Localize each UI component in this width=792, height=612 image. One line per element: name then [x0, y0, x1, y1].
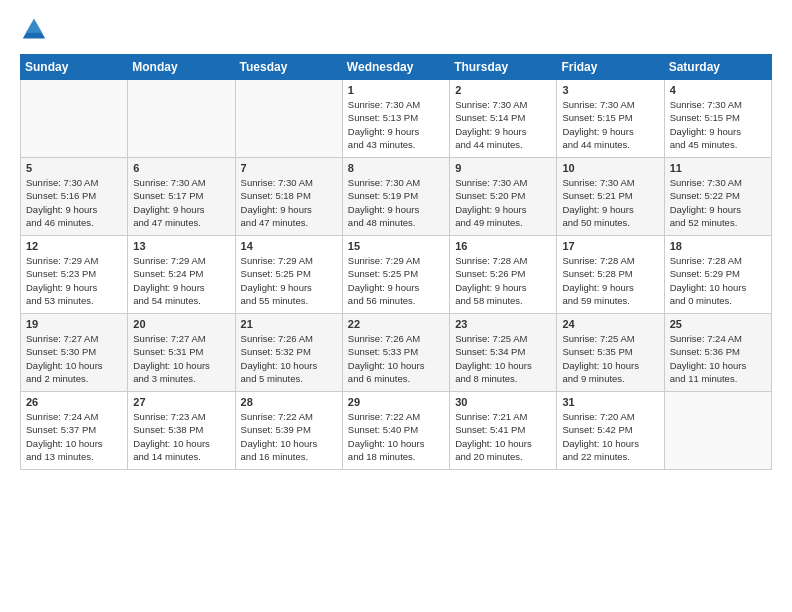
day-cell: 8Sunrise: 7:30 AM Sunset: 5:19 PM Daylig…	[342, 158, 449, 236]
day-cell: 12Sunrise: 7:29 AM Sunset: 5:23 PM Dayli…	[21, 236, 128, 314]
day-number: 16	[455, 240, 551, 252]
day-number: 3	[562, 84, 658, 96]
day-cell: 23Sunrise: 7:25 AM Sunset: 5:34 PM Dayli…	[450, 314, 557, 392]
day-number: 22	[348, 318, 444, 330]
day-number: 20	[133, 318, 229, 330]
day-info: Sunrise: 7:24 AM Sunset: 5:36 PM Dayligh…	[670, 332, 766, 385]
day-cell: 31Sunrise: 7:20 AM Sunset: 5:42 PM Dayli…	[557, 392, 664, 470]
day-cell: 28Sunrise: 7:22 AM Sunset: 5:39 PM Dayli…	[235, 392, 342, 470]
day-info: Sunrise: 7:26 AM Sunset: 5:32 PM Dayligh…	[241, 332, 337, 385]
day-number: 15	[348, 240, 444, 252]
day-cell	[21, 80, 128, 158]
week-row-1: 1Sunrise: 7:30 AM Sunset: 5:13 PM Daylig…	[21, 80, 772, 158]
day-info: Sunrise: 7:27 AM Sunset: 5:30 PM Dayligh…	[26, 332, 122, 385]
svg-marker-1	[26, 19, 43, 33]
day-info: Sunrise: 7:29 AM Sunset: 5:23 PM Dayligh…	[26, 254, 122, 307]
day-number: 23	[455, 318, 551, 330]
day-info: Sunrise: 7:25 AM Sunset: 5:35 PM Dayligh…	[562, 332, 658, 385]
day-info: Sunrise: 7:29 AM Sunset: 5:25 PM Dayligh…	[348, 254, 444, 307]
day-number: 4	[670, 84, 766, 96]
weekday-header-monday: Monday	[128, 55, 235, 80]
day-info: Sunrise: 7:22 AM Sunset: 5:40 PM Dayligh…	[348, 410, 444, 463]
day-cell	[128, 80, 235, 158]
day-cell: 13Sunrise: 7:29 AM Sunset: 5:24 PM Dayli…	[128, 236, 235, 314]
day-number: 26	[26, 396, 122, 408]
day-cell: 1Sunrise: 7:30 AM Sunset: 5:13 PM Daylig…	[342, 80, 449, 158]
day-number: 17	[562, 240, 658, 252]
day-cell: 15Sunrise: 7:29 AM Sunset: 5:25 PM Dayli…	[342, 236, 449, 314]
day-info: Sunrise: 7:27 AM Sunset: 5:31 PM Dayligh…	[133, 332, 229, 385]
day-number: 31	[562, 396, 658, 408]
day-number: 19	[26, 318, 122, 330]
day-cell: 22Sunrise: 7:26 AM Sunset: 5:33 PM Dayli…	[342, 314, 449, 392]
day-cell: 2Sunrise: 7:30 AM Sunset: 5:14 PM Daylig…	[450, 80, 557, 158]
weekday-header-thursday: Thursday	[450, 55, 557, 80]
day-info: Sunrise: 7:22 AM Sunset: 5:39 PM Dayligh…	[241, 410, 337, 463]
day-info: Sunrise: 7:30 AM Sunset: 5:13 PM Dayligh…	[348, 98, 444, 151]
day-info: Sunrise: 7:30 AM Sunset: 5:15 PM Dayligh…	[670, 98, 766, 151]
day-cell: 25Sunrise: 7:24 AM Sunset: 5:36 PM Dayli…	[664, 314, 771, 392]
day-info: Sunrise: 7:30 AM Sunset: 5:20 PM Dayligh…	[455, 176, 551, 229]
day-info: Sunrise: 7:23 AM Sunset: 5:38 PM Dayligh…	[133, 410, 229, 463]
day-cell: 30Sunrise: 7:21 AM Sunset: 5:41 PM Dayli…	[450, 392, 557, 470]
day-cell: 21Sunrise: 7:26 AM Sunset: 5:32 PM Dayli…	[235, 314, 342, 392]
day-number: 18	[670, 240, 766, 252]
day-number: 28	[241, 396, 337, 408]
week-row-5: 26Sunrise: 7:24 AM Sunset: 5:37 PM Dayli…	[21, 392, 772, 470]
day-cell: 4Sunrise: 7:30 AM Sunset: 5:15 PM Daylig…	[664, 80, 771, 158]
day-cell: 29Sunrise: 7:22 AM Sunset: 5:40 PM Dayli…	[342, 392, 449, 470]
day-info: Sunrise: 7:30 AM Sunset: 5:19 PM Dayligh…	[348, 176, 444, 229]
day-number: 5	[26, 162, 122, 174]
header	[20, 16, 772, 44]
day-number: 12	[26, 240, 122, 252]
day-info: Sunrise: 7:28 AM Sunset: 5:29 PM Dayligh…	[670, 254, 766, 307]
day-cell: 24Sunrise: 7:25 AM Sunset: 5:35 PM Dayli…	[557, 314, 664, 392]
week-row-2: 5Sunrise: 7:30 AM Sunset: 5:16 PM Daylig…	[21, 158, 772, 236]
day-info: Sunrise: 7:29 AM Sunset: 5:25 PM Dayligh…	[241, 254, 337, 307]
weekday-header-row: SundayMondayTuesdayWednesdayThursdayFrid…	[21, 55, 772, 80]
day-info: Sunrise: 7:30 AM Sunset: 5:21 PM Dayligh…	[562, 176, 658, 229]
weekday-header-wednesday: Wednesday	[342, 55, 449, 80]
day-cell: 20Sunrise: 7:27 AM Sunset: 5:31 PM Dayli…	[128, 314, 235, 392]
day-info: Sunrise: 7:25 AM Sunset: 5:34 PM Dayligh…	[455, 332, 551, 385]
week-row-3: 12Sunrise: 7:29 AM Sunset: 5:23 PM Dayli…	[21, 236, 772, 314]
day-cell: 5Sunrise: 7:30 AM Sunset: 5:16 PM Daylig…	[21, 158, 128, 236]
day-cell: 7Sunrise: 7:30 AM Sunset: 5:18 PM Daylig…	[235, 158, 342, 236]
day-info: Sunrise: 7:29 AM Sunset: 5:24 PM Dayligh…	[133, 254, 229, 307]
day-info: Sunrise: 7:20 AM Sunset: 5:42 PM Dayligh…	[562, 410, 658, 463]
day-cell: 10Sunrise: 7:30 AM Sunset: 5:21 PM Dayli…	[557, 158, 664, 236]
day-cell: 17Sunrise: 7:28 AM Sunset: 5:28 PM Dayli…	[557, 236, 664, 314]
day-number: 7	[241, 162, 337, 174]
day-number: 14	[241, 240, 337, 252]
day-number: 27	[133, 396, 229, 408]
weekday-header-friday: Friday	[557, 55, 664, 80]
day-cell: 3Sunrise: 7:30 AM Sunset: 5:15 PM Daylig…	[557, 80, 664, 158]
day-cell	[235, 80, 342, 158]
day-info: Sunrise: 7:30 AM Sunset: 5:15 PM Dayligh…	[562, 98, 658, 151]
day-cell: 27Sunrise: 7:23 AM Sunset: 5:38 PM Dayli…	[128, 392, 235, 470]
day-cell	[664, 392, 771, 470]
day-cell: 14Sunrise: 7:29 AM Sunset: 5:25 PM Dayli…	[235, 236, 342, 314]
day-number: 9	[455, 162, 551, 174]
calendar-table: SundayMondayTuesdayWednesdayThursdayFrid…	[20, 54, 772, 470]
weekday-header-sunday: Sunday	[21, 55, 128, 80]
day-cell: 11Sunrise: 7:30 AM Sunset: 5:22 PM Dayli…	[664, 158, 771, 236]
day-info: Sunrise: 7:30 AM Sunset: 5:14 PM Dayligh…	[455, 98, 551, 151]
week-row-4: 19Sunrise: 7:27 AM Sunset: 5:30 PM Dayli…	[21, 314, 772, 392]
weekday-header-saturday: Saturday	[664, 55, 771, 80]
day-info: Sunrise: 7:30 AM Sunset: 5:22 PM Dayligh…	[670, 176, 766, 229]
day-info: Sunrise: 7:30 AM Sunset: 5:18 PM Dayligh…	[241, 176, 337, 229]
day-info: Sunrise: 7:21 AM Sunset: 5:41 PM Dayligh…	[455, 410, 551, 463]
day-number: 2	[455, 84, 551, 96]
day-cell: 18Sunrise: 7:28 AM Sunset: 5:29 PM Dayli…	[664, 236, 771, 314]
day-number: 24	[562, 318, 658, 330]
day-info: Sunrise: 7:24 AM Sunset: 5:37 PM Dayligh…	[26, 410, 122, 463]
day-cell: 6Sunrise: 7:30 AM Sunset: 5:17 PM Daylig…	[128, 158, 235, 236]
day-number: 29	[348, 396, 444, 408]
day-cell: 19Sunrise: 7:27 AM Sunset: 5:30 PM Dayli…	[21, 314, 128, 392]
logo	[20, 16, 52, 44]
day-number: 1	[348, 84, 444, 96]
day-cell: 9Sunrise: 7:30 AM Sunset: 5:20 PM Daylig…	[450, 158, 557, 236]
day-number: 30	[455, 396, 551, 408]
day-info: Sunrise: 7:28 AM Sunset: 5:28 PM Dayligh…	[562, 254, 658, 307]
